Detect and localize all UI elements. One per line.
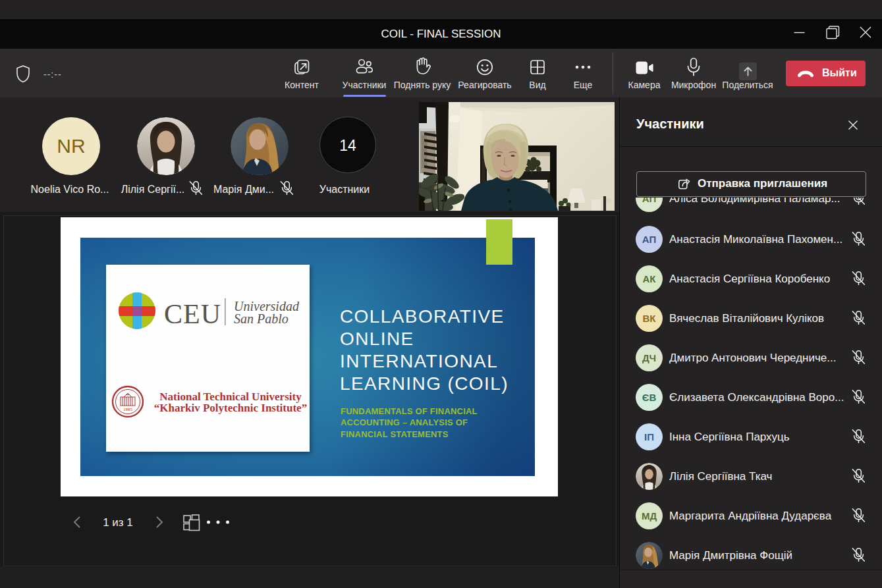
svg-text:“Kharkiv Polytechnic Institute: “Kharkiv Polytechnic Institute” xyxy=(154,402,307,414)
svg-text:San Pablo: San Pablo xyxy=(234,311,289,326)
svg-text:CEU: CEU xyxy=(164,299,221,329)
svg-text:1885: 1885 xyxy=(123,407,133,412)
